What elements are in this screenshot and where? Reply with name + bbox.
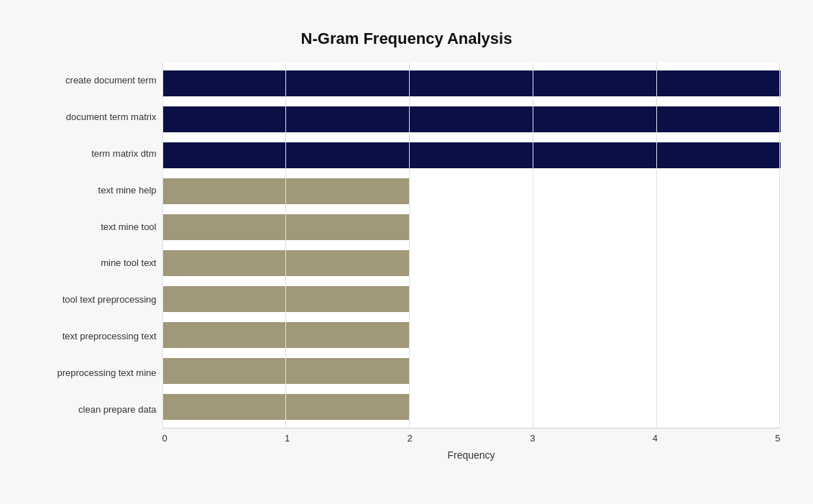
bar	[162, 358, 410, 384]
x-ticks: 012345	[162, 429, 781, 444]
bar	[162, 106, 781, 132]
bar	[162, 214, 410, 240]
x-axis-section: 012345 Frequency	[33, 428, 781, 461]
bars-section: create document termdocument term matrix…	[33, 63, 781, 428]
x-tick: 3	[530, 433, 535, 444]
chart-title: N-Gram Frequency Analysis	[33, 29, 781, 48]
bar-row	[162, 281, 781, 317]
bar-row	[162, 317, 781, 353]
bar	[162, 250, 410, 276]
y-label: tool text preprocessing	[63, 282, 157, 318]
bar-row	[162, 209, 781, 245]
bar-row	[162, 65, 781, 101]
x-axis: 012345 Frequency	[162, 428, 781, 461]
x-tick: 2	[408, 433, 413, 444]
x-tick: 4	[653, 433, 658, 444]
y-label: text mine tool	[101, 209, 156, 244]
y-label: text preprocessing text	[63, 318, 157, 354]
y-label: clean prepare data	[78, 391, 156, 427]
chart-area: create document termdocument term matrix…	[33, 63, 781, 461]
bar	[162, 286, 410, 312]
x-tick: 1	[285, 433, 290, 444]
x-axis-label: Frequency	[162, 449, 781, 461]
x-tick: 0	[162, 433, 167, 444]
y-label: preprocessing text mine	[57, 354, 156, 390]
bar	[162, 70, 781, 96]
bar-row	[162, 245, 781, 281]
y-label: term matrix dtm	[91, 135, 156, 171]
bars-wrapper	[162, 63, 781, 428]
bar-row	[162, 173, 781, 209]
bars-plot	[162, 63, 781, 428]
chart-container: N-Gram Frequency Analysis create documen…	[12, 15, 802, 490]
bar	[162, 394, 410, 420]
bar	[162, 178, 410, 204]
bar-row	[162, 389, 781, 425]
y-label: text mine help	[98, 172, 157, 208]
bar	[162, 322, 410, 348]
bar-row	[162, 137, 781, 173]
y-label: document term matrix	[66, 99, 157, 135]
y-label: create document term	[65, 63, 156, 98]
x-axis-spacer	[33, 428, 162, 461]
y-labels: create document termdocument term matrix…	[33, 63, 162, 428]
y-label: mine tool text	[101, 245, 156, 281]
x-tick: 5	[775, 433, 780, 444]
bar-row	[162, 353, 781, 389]
bar-row	[162, 101, 781, 137]
bar	[162, 142, 781, 168]
